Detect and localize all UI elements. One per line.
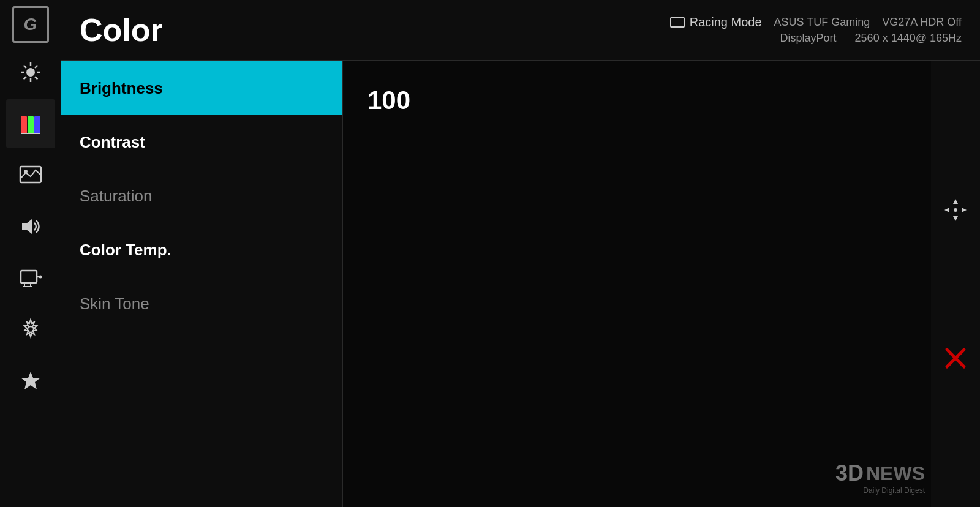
vertical-divider <box>625 61 625 507</box>
menu-item-skin-tone[interactable]: Skin Tone <box>61 277 342 331</box>
svg-rect-9 <box>21 116 27 133</box>
watermark-news: NEWS <box>866 462 925 485</box>
sidebar-item-g-logo[interactable]: G <box>12 6 49 43</box>
header-info-top: Racing Mode ASUS TUF Gaming VG27A HDR Of… <box>670 15 962 29</box>
svg-point-0 <box>26 68 35 77</box>
connection-type: DisplayPort <box>780 32 837 44</box>
sidebar-item-favorite[interactable] <box>6 356 55 405</box>
svg-point-14 <box>24 170 28 173</box>
sidebar: G <box>0 0 61 507</box>
svg-rect-16 <box>21 271 37 283</box>
monitor-brand: ASUS TUF Gaming <box>774 16 870 29</box>
right-controls <box>931 61 980 507</box>
menu-list: Brightness Contrast Saturation Color Tem… <box>61 61 343 507</box>
sidebar-item-brightness[interactable] <box>6 48 55 97</box>
sidebar-item-input[interactable] <box>6 254 55 302</box>
close-button[interactable] <box>937 340 974 377</box>
watermark: 3D NEWS Daily Digital Digest <box>835 460 925 495</box>
sidebar-item-image[interactable] <box>6 151 55 200</box>
menu-item-saturation[interactable]: Saturation <box>61 169 342 223</box>
sidebar-item-sound[interactable] <box>6 202 55 251</box>
svg-marker-28 <box>953 199 958 204</box>
sidebar-item-settings[interactable] <box>6 305 55 354</box>
racing-mode-display: Racing Mode <box>670 15 762 29</box>
header: Color Racing Mode ASUS TUF Gaming VG27A … <box>61 0 980 61</box>
page-title: Color <box>80 12 163 48</box>
svg-point-18 <box>39 276 42 279</box>
menu-item-brightness[interactable]: Brightness <box>61 61 342 115</box>
menu-item-color-temp[interactable]: Color Temp. <box>61 223 342 277</box>
brightness-value: 100 <box>368 86 956 115</box>
header-info: Racing Mode ASUS TUF Gaming VG27A HDR Of… <box>670 15 962 45</box>
monitor-small-icon <box>670 17 685 28</box>
resolution-info: 2560 x 1440@ 165Hz <box>855 32 962 44</box>
svg-marker-29 <box>953 216 958 221</box>
svg-marker-31 <box>962 208 967 212</box>
nav-cross-icon[interactable] <box>937 192 974 228</box>
svg-line-5 <box>23 66 26 68</box>
svg-marker-23 <box>21 372 40 389</box>
svg-line-6 <box>35 77 37 79</box>
watermark-logo: 3D NEWS <box>835 460 925 486</box>
watermark-3d: 3D <box>835 460 864 486</box>
main-content: Brightness Contrast Saturation Color Tem… <box>61 61 980 507</box>
svg-line-7 <box>35 66 37 68</box>
svg-point-32 <box>954 208 957 212</box>
monitor-model: VG27A HDR Off <box>882 16 962 29</box>
racing-mode-text: Racing Mode <box>690 15 762 29</box>
watermark-subtitle: Daily Digital Digest <box>835 486 925 495</box>
svg-rect-11 <box>34 116 40 133</box>
content-panel: 100 3D NEWS Daily Digital Digest <box>343 61 980 507</box>
menu-item-contrast[interactable]: Contrast <box>61 115 342 169</box>
svg-marker-30 <box>944 208 949 212</box>
svg-rect-10 <box>28 116 34 133</box>
sidebar-item-color[interactable] <box>6 99 55 148</box>
svg-rect-24 <box>671 18 684 27</box>
header-info-bottom: DisplayPort 2560 x 1440@ 165Hz <box>780 32 962 45</box>
svg-marker-15 <box>22 219 32 234</box>
svg-line-8 <box>23 77 26 79</box>
